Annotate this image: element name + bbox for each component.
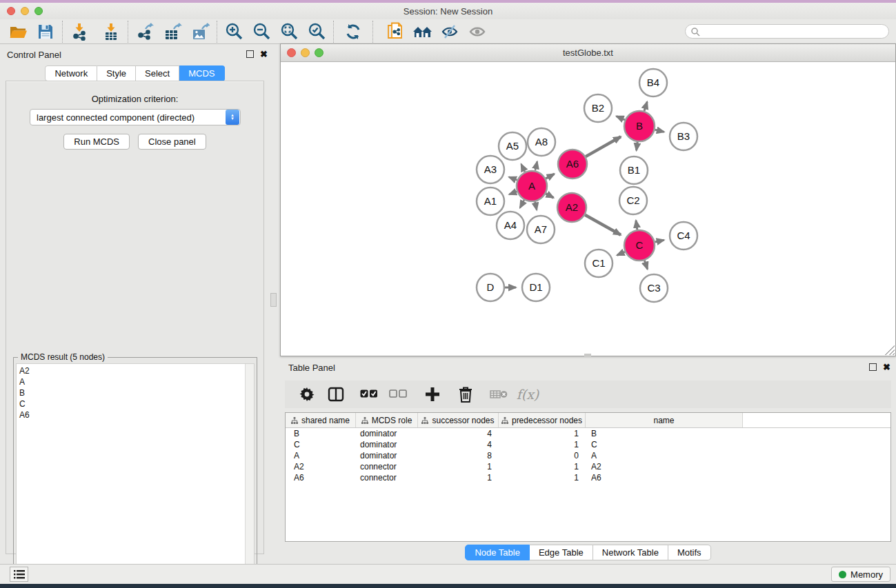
- table-row[interactable]: C dominator 4 1 C: [286, 439, 890, 450]
- edge-A-A7[interactable]: [535, 202, 537, 210]
- node-A2[interactable]: A2: [557, 193, 586, 222]
- tab-motifs[interactable]: Motifs: [668, 545, 711, 560]
- table-row[interactable]: A2 connector 1 1 A2: [286, 461, 890, 472]
- edge-A-A3[interactable]: [509, 177, 517, 181]
- search-field[interactable]: [685, 24, 889, 39]
- cell-predecessor-nodes[interactable]: 1: [499, 462, 586, 472]
- float-panel-icon[interactable]: [869, 363, 877, 371]
- node-B3[interactable]: B3: [670, 123, 697, 150]
- refresh-button[interactable]: [339, 20, 367, 43]
- cell-mcds-role[interactable]: connector: [356, 473, 418, 483]
- cell-successor-nodes[interactable]: 4: [418, 429, 499, 438]
- node-A8[interactable]: A8: [528, 128, 555, 156]
- close-panel-icon[interactable]: ✖: [260, 49, 268, 59]
- edge-B-B1[interactable]: [637, 142, 638, 150]
- add-column-button[interactable]: [420, 383, 445, 405]
- node-C1[interactable]: C1: [585, 250, 613, 277]
- node-A4[interactable]: A4: [497, 212, 524, 239]
- show-all-button[interactable]: [464, 20, 492, 43]
- edge-A-A2[interactable]: [546, 194, 553, 198]
- cell-shared-name[interactable]: A6: [286, 473, 356, 483]
- cell-successor-nodes[interactable]: 1: [418, 473, 499, 483]
- export-network-button[interactable]: [131, 20, 159, 43]
- node-C2[interactable]: C2: [619, 187, 647, 214]
- column-header-shared-name[interactable]: shared name: [286, 413, 356, 427]
- cell-name[interactable]: A6: [586, 473, 743, 483]
- edge-B-B3[interactable]: [655, 130, 664, 132]
- zoom-selected-button[interactable]: [303, 20, 330, 43]
- import-network-button[interactable]: [66, 20, 93, 43]
- export-table-button[interactable]: [159, 20, 186, 43]
- list-item[interactable]: B: [19, 387, 30, 398]
- cell-shared-name[interactable]: C: [286, 440, 356, 449]
- cell-name[interactable]: B: [586, 429, 743, 438]
- edge-A-A5[interactable]: [521, 164, 525, 172]
- node-D1[interactable]: D1: [522, 274, 550, 301]
- cell-shared-name[interactable]: A: [286, 451, 356, 460]
- node-C3[interactable]: C3: [640, 274, 668, 302]
- cell-name[interactable]: A: [586, 451, 743, 460]
- edge-C-C1[interactable]: [617, 252, 625, 255]
- table-row[interactable]: B dominator 4 1 B: [286, 428, 890, 439]
- deselect-all-button[interactable]: [386, 383, 410, 405]
- close-panel-button[interactable]: Close panel: [138, 134, 206, 150]
- node-A[interactable]: A: [517, 171, 547, 201]
- network-canvas[interactable]: B4B2BB3A5A8A6A3B1AA1C2A2A4A7C4CC1C3DD1: [281, 62, 895, 356]
- list-item[interactable]: C: [19, 398, 30, 409]
- node-A3[interactable]: A3: [477, 156, 504, 183]
- node-table[interactable]: shared name MCDS role successor nodes pr…: [285, 412, 891, 542]
- scrollbar[interactable]: [245, 364, 254, 588]
- tab-select[interactable]: Select: [136, 65, 179, 81]
- cell-mcds-role[interactable]: dominator: [356, 429, 418, 438]
- close-panel-icon[interactable]: ✖: [883, 362, 890, 372]
- table-row[interactable]: A6 connector 1 1 A6: [286, 472, 890, 483]
- select-all-button[interactable]: [357, 383, 381, 405]
- tab-network-table[interactable]: Network Table: [593, 545, 668, 560]
- table-settings-button[interactable]: [295, 383, 319, 405]
- mcds-result-list[interactable]: A2 A B C A6: [16, 363, 255, 588]
- cell-predecessor-nodes[interactable]: 1: [499, 473, 586, 483]
- float-panel-icon[interactable]: [246, 50, 254, 58]
- list-item[interactable]: A6: [19, 409, 30, 420]
- column-header-predecessor-nodes[interactable]: predecessor nodes: [499, 413, 586, 427]
- edge-A6-B[interactable]: [586, 136, 621, 156]
- open-session-button[interactable]: [4, 20, 32, 43]
- edge-A-A6[interactable]: [546, 174, 554, 179]
- cell-successor-nodes[interactable]: 4: [418, 440, 499, 449]
- node-B1[interactable]: B1: [620, 156, 648, 184]
- node-B4[interactable]: B4: [639, 69, 667, 97]
- cell-name[interactable]: C: [586, 440, 743, 449]
- cell-predecessor-nodes[interactable]: 1: [499, 429, 586, 438]
- tab-style[interactable]: Style: [97, 65, 136, 81]
- delete-column-button[interactable]: [453, 383, 478, 405]
- edge-C-C2[interactable]: [636, 221, 637, 230]
- node-A1[interactable]: A1: [477, 187, 504, 215]
- zoom-in-button[interactable]: [220, 20, 248, 43]
- list-item[interactable]: A: [19, 376, 30, 387]
- edge-A2-C[interactable]: [585, 215, 621, 235]
- window-resize-grip[interactable]: [885, 345, 895, 355]
- node-B2[interactable]: B2: [584, 94, 612, 122]
- edge-A-A1[interactable]: [509, 192, 517, 194]
- node-A6[interactable]: A6: [558, 150, 587, 179]
- column-header-successor-nodes[interactable]: successor nodes: [418, 413, 499, 427]
- cell-shared-name[interactable]: B: [286, 429, 356, 438]
- list-item[interactable]: A2: [19, 365, 30, 376]
- column-header-mcds-role[interactable]: MCDS role: [356, 413, 418, 427]
- node-B[interactable]: B: [624, 111, 655, 141]
- node-C[interactable]: C: [624, 230, 655, 261]
- table-row[interactable]: A dominator 8 0 A: [286, 450, 890, 461]
- node-A7[interactable]: A7: [527, 216, 555, 243]
- cell-predecessor-nodes[interactable]: 1: [499, 440, 586, 449]
- search-input[interactable]: [700, 27, 888, 37]
- function-builder-button[interactable]: f(x): [515, 383, 540, 405]
- optimization-criterion-select[interactable]: largest connected component (directed) ▲…: [30, 109, 241, 125]
- node-A5[interactable]: A5: [499, 132, 526, 160]
- column-visibility-button[interactable]: [323, 383, 348, 405]
- cell-mcds-role[interactable]: dominator: [356, 451, 418, 460]
- cell-mcds-role[interactable]: dominator: [356, 440, 418, 449]
- zoom-fit-button[interactable]: [275, 20, 303, 43]
- cell-name[interactable]: A2: [586, 462, 743, 472]
- clone-network-button[interactable]: [381, 20, 409, 43]
- edge-C-C4[interactable]: [655, 240, 664, 242]
